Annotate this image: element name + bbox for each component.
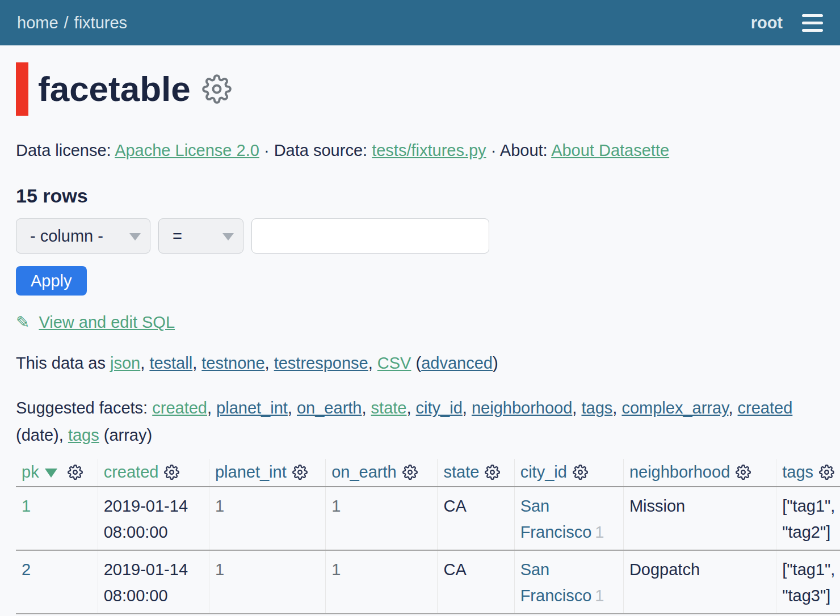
facet-separator: (array) <box>99 426 152 444</box>
gear-icon[interactable] <box>292 465 308 480</box>
breadcrumb: home/fixtures <box>17 14 127 32</box>
facets-prefix: Suggested facets: <box>16 399 148 417</box>
facet-link-city-id[interactable]: city_id <box>416 399 463 417</box>
main-content: facetable Data license: Apache License 2… <box>0 62 840 614</box>
logged-in-user-link[interactable]: root <box>751 14 783 32</box>
sort-link-created[interactable]: created <box>104 463 159 481</box>
export-link-advanced[interactable]: advanced <box>421 354 493 372</box>
breadcrumb-home[interactable]: home <box>17 14 58 32</box>
facet-link-tags-array[interactable]: tags <box>68 426 99 444</box>
table-row: 1 2019-01-14 08:00:00 1 1 CA San Francis… <box>16 487 840 550</box>
license-link[interactable]: Apache License 2.0 <box>115 141 259 159</box>
about-link[interactable]: About Datasette <box>551 141 669 159</box>
facet-link-tags[interactable]: tags <box>581 399 612 417</box>
row-pk-link[interactable]: 2 <box>22 560 31 579</box>
chevron-down-icon <box>222 233 234 241</box>
table-header-row: pk created planet_int on_earth state <box>16 459 840 487</box>
sort-link-neighborhood[interactable]: neighborhood <box>629 463 730 481</box>
filter-value-input[interactable] <box>251 218 489 254</box>
separator-dot: · <box>264 141 270 159</box>
source-link[interactable]: tests/fixtures.py <box>372 141 486 159</box>
sort-link-on-earth[interactable]: on_earth <box>331 463 397 481</box>
facet-separator: , <box>612 399 621 417</box>
filter-op-select[interactable]: = <box>158 218 243 254</box>
city-link[interactable]: San Francisco <box>520 497 592 541</box>
gear-icon[interactable] <box>202 74 232 104</box>
gear-icon[interactable] <box>736 465 751 480</box>
facet-link-complex-array[interactable]: complex_array <box>621 399 728 417</box>
cell-tags: ["tag1", "tag3"] <box>776 550 840 614</box>
sort-link-planet-int[interactable]: planet_int <box>215 463 287 481</box>
facet-link-created[interactable]: created <box>152 399 207 417</box>
cell-pk: 2 <box>16 550 98 614</box>
facet-link-on-earth[interactable]: on_earth <box>297 399 362 417</box>
row-pk-link[interactable]: 1 <box>22 497 31 515</box>
sort-link-state[interactable]: state <box>443 463 479 481</box>
filter-column-value: - column - <box>30 227 103 246</box>
nav-right: root <box>751 12 823 34</box>
gear-icon[interactable] <box>164 465 179 480</box>
facet-link-created-date[interactable]: created <box>738 399 793 417</box>
column-header-tags: tags <box>776 459 840 487</box>
export-separator: ( <box>411 354 421 372</box>
cell-city-id: San Francisco1 <box>514 487 623 550</box>
export-link-testnone[interactable]: testnone <box>201 354 264 372</box>
metadata-line: Data license: Apache License 2.0 · Data … <box>16 137 824 164</box>
facet-separator: , <box>728 399 737 417</box>
facet-separator: , <box>406 399 415 417</box>
facet-link-planet-int[interactable]: planet_int <box>216 399 288 417</box>
table-name: facetable <box>38 62 191 116</box>
export-separator: , <box>265 354 274 372</box>
facet-separator: (date), <box>16 426 68 444</box>
cell-pk: 1 <box>16 487 98 550</box>
chevron-down-icon <box>129 233 141 241</box>
breadcrumb-separator: / <box>64 14 69 32</box>
sort-link-tags[interactable]: tags <box>782 463 813 481</box>
facet-separator: , <box>362 399 371 417</box>
facet-link-neighborhood[interactable]: neighborhood <box>472 399 572 417</box>
export-link-json[interactable]: json <box>110 354 140 372</box>
cell-tags: ["tag1", "tag2"] <box>776 487 840 550</box>
gear-icon[interactable] <box>402 465 418 480</box>
export-link-csv[interactable]: CSV <box>377 354 411 372</box>
gear-icon[interactable] <box>573 465 588 480</box>
gear-icon[interactable] <box>485 465 500 480</box>
cell-on-earth: 1 <box>326 487 438 550</box>
results-table-wrapper: pk created planet_int on_earth state <box>16 459 840 614</box>
export-link-testresponse[interactable]: testresponse <box>274 354 368 372</box>
export-separator: ) <box>493 354 498 372</box>
export-link-testall[interactable]: testall <box>149 354 192 372</box>
sort-link-pk[interactable]: pk <box>22 463 39 481</box>
source-label: Data source: <box>274 141 367 159</box>
cell-neighborhood: Dogpatch <box>623 550 776 614</box>
about-label: About: <box>500 141 548 159</box>
city-id-value: 1 <box>595 587 604 605</box>
filter-column-select[interactable]: - column - <box>16 218 150 254</box>
cell-neighborhood: Mission <box>623 487 776 550</box>
cell-state: CA <box>438 550 514 614</box>
export-prefix: This data as <box>16 354 106 372</box>
filter-row: - column - = <box>16 218 824 254</box>
export-separator: , <box>368 354 377 372</box>
export-links: This data as json, testall, testnone, te… <box>16 353 824 373</box>
gear-icon[interactable] <box>819 465 834 480</box>
sort-link-city-id[interactable]: city_id <box>520 463 567 481</box>
menu-icon[interactable] <box>802 12 823 34</box>
facet-separator: , <box>463 399 472 417</box>
cell-state: CA <box>438 487 514 550</box>
facet-separator: , <box>288 399 297 417</box>
export-separator: , <box>192 354 201 372</box>
filter-op-value: = <box>173 227 182 246</box>
column-header-created: created <box>98 459 209 487</box>
city-link[interactable]: San Francisco <box>520 560 592 605</box>
sql-line: ✎ View and edit SQL <box>16 313 824 332</box>
gear-icon[interactable] <box>68 465 83 480</box>
view-edit-sql-link[interactable]: View and edit SQL <box>39 313 175 331</box>
apply-button[interactable]: Apply <box>16 266 87 296</box>
column-header-on-earth: on_earth <box>326 459 438 487</box>
column-header-city-id: city_id <box>514 459 623 487</box>
facet-link-state[interactable]: state <box>371 399 407 417</box>
breadcrumb-database[interactable]: fixtures <box>74 14 127 32</box>
cell-created: 2019-01-14 08:00:00 <box>98 550 209 614</box>
column-header-pk: pk <box>16 459 98 487</box>
